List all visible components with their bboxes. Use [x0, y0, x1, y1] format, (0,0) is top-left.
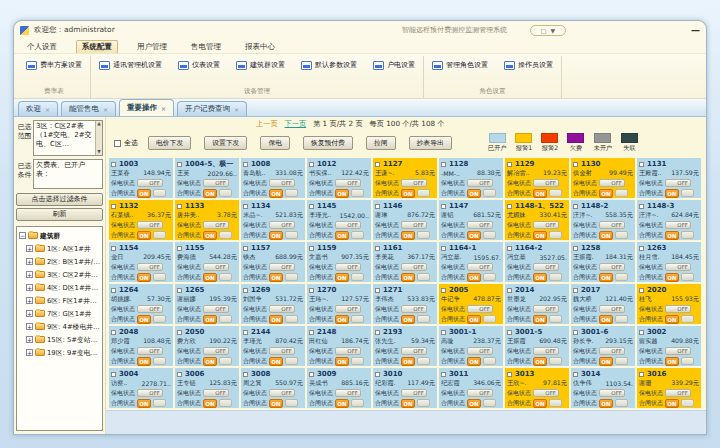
action-button[interactable]: 设置下发	[204, 136, 247, 150]
ribbon-button[interactable]: 费率方案设置	[24, 58, 84, 72]
protect-off-toggle[interactable]: OFF	[335, 263, 361, 271]
tree-expander-icon[interactable]: +	[26, 258, 33, 265]
switch-on-button[interactable]: ON	[335, 357, 349, 366]
meter-card[interactable]: 1271 李伟杰 533.83元 保电状态 OFF 合闸状态 ON	[373, 284, 437, 324]
meter-card[interactable]: 1129 解冶雷.. 19.23元 保电状态 OFF 合闸状态 ON	[505, 158, 569, 198]
meter-card[interactable]: 2048 郑少霞 108.48元 保电状态 OFF 合闸状态 ON	[109, 326, 173, 366]
switch-toggle-track[interactable]	[615, 315, 628, 323]
card-checkbox[interactable]	[507, 330, 512, 335]
menu-item[interactable]: 用户管理	[132, 41, 172, 53]
card-checkbox[interactable]	[507, 204, 512, 209]
tree-item[interactable]: + 1区: A区1#井	[26, 242, 100, 255]
meter-card[interactable]: 1159 文嘉书 907.35元 保电状态 OFF 合闸状态 ON	[307, 242, 371, 282]
card-checkbox[interactable]	[639, 162, 644, 167]
meter-card[interactable]: 1265 谢丽娜 195.39元 保电状态 OFF 合闸状态 ON	[175, 284, 239, 324]
card-checkbox[interactable]	[375, 204, 380, 209]
card-checkbox[interactable]	[177, 162, 182, 167]
protect-off-toggle[interactable]: OFF	[203, 347, 229, 355]
card-checkbox[interactable]	[441, 204, 446, 209]
switch-toggle-track[interactable]	[549, 189, 562, 197]
switch-on-button[interactable]: ON	[401, 315, 415, 324]
meter-card[interactable]: 1127 王谦~. 5.83元 保电状态 OFF 合闸状态 ON	[373, 158, 437, 198]
card-checkbox[interactable]	[309, 288, 314, 293]
meter-card[interactable]: 1008 青岛航.. 331.08元 保电状态 OFF 合闸状态 ON	[241, 158, 305, 198]
switch-toggle-track[interactable]	[483, 399, 496, 407]
meter-card[interactable]: 1128 -MM-.. 88.38元 保电状态 OFF 合闸状态 ON	[439, 158, 503, 198]
protect-off-toggle[interactable]: OFF	[335, 179, 361, 187]
card-checkbox[interactable]	[639, 204, 644, 209]
switch-toggle-track[interactable]	[483, 315, 496, 323]
restore-icon[interactable]: □	[541, 27, 547, 34]
card-checkbox[interactable]	[111, 246, 116, 251]
switch-on-button[interactable]: ON	[599, 357, 613, 366]
meter-card[interactable]: 1003 王某春 148.94元 保电状态 OFF 合闸状态 ON	[109, 158, 173, 198]
tree-expander-icon[interactable]: +	[26, 323, 33, 330]
switch-toggle-track[interactable]	[681, 315, 694, 323]
switch-on-button[interactable]: ON	[335, 399, 349, 408]
card-checkbox[interactable]	[573, 330, 578, 335]
meter-card[interactable]: 3011 纪宏霞 346.06元 保电状态 OFF 合闸状态 ON	[439, 368, 503, 408]
switch-on-button[interactable]: ON	[599, 273, 613, 282]
switch-on-button[interactable]: ON	[269, 315, 283, 324]
card-checkbox[interactable]	[309, 372, 314, 377]
card-checkbox[interactable]	[177, 288, 182, 293]
protect-off-toggle[interactable]: OFF	[665, 305, 691, 313]
protect-off-toggle[interactable]: OFF	[401, 263, 427, 271]
protect-off-toggle[interactable]: OFF	[533, 179, 559, 187]
protect-off-toggle[interactable]: OFF	[401, 179, 427, 187]
tree-root[interactable]: − 建筑群	[19, 229, 100, 242]
card-checkbox[interactable]	[375, 288, 380, 293]
document-tab[interactable]: 开户记费查询 ×	[177, 101, 247, 116]
card-checkbox[interactable]	[639, 288, 644, 293]
switch-on-button[interactable]: ON	[467, 399, 481, 408]
card-checkbox[interactable]	[507, 288, 512, 293]
switch-toggle-track[interactable]	[417, 231, 430, 239]
switch-on-button[interactable]: ON	[401, 231, 415, 240]
switch-toggle-track[interactable]	[549, 273, 562, 281]
card-checkbox[interactable]	[441, 162, 446, 167]
tab-close-icon[interactable]: ×	[234, 106, 239, 113]
switch-toggle-track[interactable]	[483, 273, 496, 281]
meter-card[interactable]: 2005 牛记争 478.87元 保电状态 OFF 合闸状态 ON	[439, 284, 503, 324]
card-checkbox[interactable]	[111, 162, 116, 167]
card-checkbox[interactable]	[441, 288, 446, 293]
protect-off-toggle[interactable]: OFF	[467, 347, 493, 355]
switch-toggle-track[interactable]	[615, 273, 628, 281]
card-checkbox[interactable]	[573, 372, 578, 377]
tree-item[interactable]: + 3区: C区2#井（1#…	[26, 268, 100, 281]
switch-toggle-track[interactable]	[285, 189, 298, 197]
meter-card[interactable]: 2020 桂飞 155.93元 保电状态 OFF 合闸状态 ON	[637, 284, 701, 324]
filter-select-button[interactable]: 点击选择过滤条件	[16, 193, 103, 206]
switch-on-button[interactable]: ON	[269, 273, 283, 282]
switch-on-button[interactable]: ON	[533, 357, 547, 366]
ribbon-button[interactable]: 操作员设置	[502, 58, 555, 72]
card-checkbox[interactable]	[111, 204, 116, 209]
meter-card[interactable]: 3016 谢珊 339.29元 保电状态 OFF 合闸状态 ON	[637, 368, 701, 408]
switch-on-button[interactable]: ON	[269, 231, 283, 240]
card-checkbox[interactable]	[573, 246, 578, 251]
switch-toggle-track[interactable]	[219, 231, 232, 239]
switch-toggle-track[interactable]	[285, 315, 298, 323]
card-checkbox[interactable]	[375, 372, 380, 377]
protect-off-toggle[interactable]: OFF	[467, 221, 493, 229]
meter-card[interactable]: 1148-2 汪洋~. 558.35元 保电状态 OFF 合闸状态 ON	[571, 200, 635, 240]
selected-condition-box[interactable]: 欠费表、已开户表：	[33, 159, 103, 189]
switch-toggle-track[interactable]	[219, 315, 232, 323]
switch-on-button[interactable]: ON	[137, 231, 151, 240]
switch-on-button[interactable]: ON	[401, 399, 415, 408]
card-checkbox[interactable]	[309, 204, 314, 209]
action-button[interactable]: 拉闸	[366, 136, 396, 150]
protect-off-toggle[interactable]: OFF	[203, 263, 229, 271]
switch-on-button[interactable]: ON	[335, 315, 349, 324]
meter-card[interactable]: 3009 吴成书 885.16元 保电状态 OFF 合闸状态 ON	[307, 368, 371, 408]
protect-off-toggle[interactable]: OFF	[269, 305, 295, 313]
switch-on-button[interactable]: ON	[665, 399, 679, 408]
protect-off-toggle[interactable]: OFF	[599, 347, 625, 355]
switch-toggle-track[interactable]	[351, 231, 364, 239]
switch-on-button[interactable]: ON	[467, 231, 481, 240]
meter-card[interactable]: 1269 刘国争 531.72元 保电状态 OFF 合闸状态 ON	[241, 284, 305, 324]
card-checkbox[interactable]	[441, 372, 446, 377]
meter-card[interactable]: 1161 李美花 367.17元 保电状态 OFF 合闸状态 ON	[373, 242, 437, 282]
protect-off-toggle[interactable]: OFF	[203, 305, 229, 313]
next-page-link[interactable]: 下一页	[285, 119, 307, 129]
